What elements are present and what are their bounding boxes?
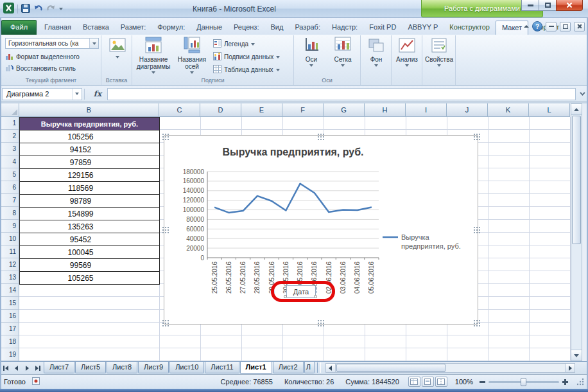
excel-app-icon[interactable] — [3, 3, 14, 15]
page-layout-view-icon[interactable] — [422, 377, 434, 387]
close-button[interactable] — [556, 0, 583, 11]
zoom-slider[interactable] — [480, 379, 568, 385]
scroll-down-icon[interactable] — [571, 350, 582, 361]
insert-function-icon[interactable]: fx — [89, 89, 106, 98]
sheet-tab-лист8[interactable]: Лист8 — [107, 362, 137, 373]
tab-реценз:[interactable]: Реценз: — [228, 21, 264, 35]
row-header-4[interactable]: 4 — [0, 156, 19, 168]
reset-style-button[interactable]: Восстановить стиль — [5, 64, 76, 73]
row-header-6[interactable]: 6 — [0, 181, 19, 194]
chart-resize-handle[interactable] — [162, 319, 169, 326]
format-selection-button[interactable]: Формат выделенного — [5, 52, 80, 62]
row-header-17[interactable]: 17 — [0, 323, 19, 335]
prev-sheet-icon[interactable] — [11, 362, 22, 374]
table-cell-b6[interactable]: 118569 — [19, 181, 160, 195]
tab-abbyy p[interactable]: ABBYY P — [402, 21, 444, 35]
table-cell-b8[interactable]: 154899 — [19, 207, 160, 220]
row-header-1[interactable]: 1 — [0, 117, 19, 130]
table-cell-b7[interactable]: 98789 — [19, 194, 160, 208]
tab-размет:[interactable]: Размет: — [115, 21, 151, 35]
table-cell-b5[interactable]: 129156 — [19, 168, 160, 182]
tab-foxit pd[interactable]: Foxit PD — [363, 21, 402, 35]
tab-формул:[interactable]: Формул: — [151, 21, 191, 35]
macro-record-icon[interactable] — [32, 377, 40, 386]
chart-elements-combo[interactable]: Горизонтальная ось (ка — [5, 38, 99, 49]
row-header-13[interactable]: 13 — [0, 271, 19, 284]
qat-customize-icon[interactable] — [59, 8, 63, 10]
name-box[interactable]: Диаграмма 2 — [2, 88, 82, 100]
sheet-tab-л[interactable]: Л — [304, 362, 315, 373]
normal-view-icon[interactable] — [408, 377, 420, 387]
sheet-tab-лист1[interactable]: Лист1 — [240, 362, 272, 374]
tab-конструктор[interactable]: Конструктор — [444, 21, 496, 35]
column-header-L[interactable]: L — [529, 103, 570, 117]
tab-файл[interactable]: Файл — [1, 20, 37, 35]
horizontal-scroll-thumb[interactable] — [336, 364, 445, 372]
chart-resize-handle[interactable] — [473, 226, 480, 233]
properties-button[interactable]: Свойства — [426, 38, 452, 67]
row-header-14[interactable]: 14 — [0, 284, 19, 297]
scroll-right-icon[interactable] — [565, 364, 575, 372]
row-header-19[interactable]: 19 — [0, 348, 19, 361]
tab-надстр:[interactable]: Надстр: — [326, 21, 363, 35]
column-header-D[interactable]: D — [200, 103, 241, 117]
row-header-18[interactable]: 18 — [0, 335, 19, 348]
table-cell-b3[interactable]: 94152 — [19, 143, 160, 156]
table-cell-b2[interactable]: 105256 — [19, 130, 160, 143]
vertical-scroll-thumb[interactable] — [572, 116, 581, 244]
name-box-dropdown-icon[interactable] — [72, 89, 82, 100]
first-sheet-icon[interactable] — [0, 362, 11, 374]
row-header-15[interactable]: 15 — [0, 297, 19, 310]
zoom-level[interactable]: 100% — [455, 378, 473, 386]
workbook-restore-icon[interactable] — [560, 22, 571, 31]
row-header-8[interactable]: 8 — [0, 207, 19, 220]
table-cell-b10[interactable]: 95452 — [19, 233, 160, 246]
combo-dropdown-icon[interactable] — [89, 39, 98, 48]
row-header-16[interactable]: 16 — [0, 310, 19, 323]
chart-title-button[interactable]: Название диаграммы — [134, 37, 173, 74]
table-cell-b12[interactable]: 99569 — [19, 258, 160, 272]
row-header-9[interactable]: 9 — [0, 220, 19, 233]
analysis-button[interactable]: Анализ — [395, 38, 419, 67]
row-header-10[interactable]: 10 — [0, 233, 19, 245]
zoom-in-icon[interactable] — [562, 379, 568, 385]
zoom-out-icon[interactable] — [480, 381, 485, 383]
next-sheet-icon[interactable] — [22, 362, 33, 374]
save-icon[interactable] — [21, 4, 30, 14]
axes-button[interactable]: Оси — [298, 37, 325, 67]
expand-formula-bar-icon[interactable] — [577, 88, 586, 100]
column-header-I[interactable]: I — [406, 103, 447, 117]
column-header-K[interactable]: K — [488, 103, 529, 117]
sheet-tab-лист10[interactable]: Лист10 — [169, 362, 204, 373]
resize-grip[interactable] — [576, 377, 584, 387]
row-header-5[interactable]: 5 — [0, 168, 19, 181]
page-break-view-icon[interactable] — [435, 377, 447, 387]
chart-resize-handle[interactable] — [162, 226, 169, 233]
minimize-button[interactable] — [521, 0, 539, 11]
tab-вид[interactable]: Вид — [264, 21, 289, 35]
column-header-E[interactable]: E — [241, 103, 282, 117]
legend-button[interactable]: Легенда — [213, 39, 255, 49]
tab-splitter[interactable] — [317, 362, 321, 373]
chart-object[interactable]: Выручка предприятия, руб.020000400006000… — [164, 135, 478, 325]
tab-данные[interactable]: Данные — [191, 21, 228, 35]
column-header-G[interactable]: G — [324, 103, 365, 117]
vertical-scrollbar[interactable] — [571, 103, 582, 361]
sheet-tab-лист7[interactable]: Лист7 — [44, 362, 74, 373]
data-labels-button[interactable]: Подписи данных — [213, 52, 280, 62]
last-sheet-icon[interactable] — [33, 362, 44, 374]
scroll-left-icon[interactable] — [326, 364, 336, 372]
chart-resize-handle[interactable] — [317, 319, 324, 326]
gridlines-button[interactable]: Сетка — [329, 37, 357, 67]
column-header-B[interactable]: B — [19, 103, 159, 117]
row-header-3[interactable]: 3 — [0, 143, 19, 156]
data-table-button[interactable]: Таблица данных — [213, 65, 280, 75]
zoom-thumb[interactable] — [521, 378, 526, 386]
workbook-close-icon[interactable] — [574, 22, 585, 31]
select-all-corner[interactable] — [0, 103, 19, 117]
row-header-2[interactable]: 2 — [0, 130, 19, 143]
column-header-H[interactable]: H — [365, 103, 406, 117]
table-cell-b4[interactable]: 97859 — [19, 156, 160, 169]
workbook-minimize-icon[interactable] — [546, 22, 557, 31]
insert-picture-button[interactable] — [108, 37, 127, 58]
